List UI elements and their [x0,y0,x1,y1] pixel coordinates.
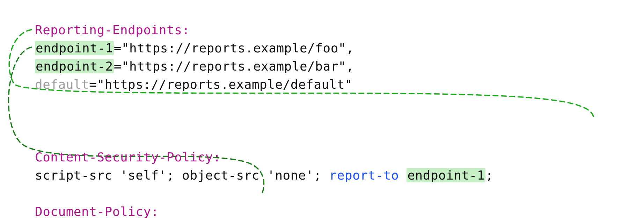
spacer-1 [35,112,493,130]
endpoint-default-def: default [35,77,89,92]
csp-space [399,168,407,182]
code-block: Reporting-Endpoints: endpoint-1="https:/… [35,3,493,218]
csp-report-to-kw: report-to [329,168,399,182]
header-doc-policy: Document-Policy: [35,204,159,218]
csp-body-pre: script-src 'self'; object-src 'none'; [35,168,329,182]
endpoint-1-url: "https://reports.example/foo" [122,41,346,55]
endpoint-1-comma: , [346,41,354,55]
header-reporting-endpoints: Reporting-Endpoints: [35,23,190,37]
header-csp: Content-Security-Policy: [35,150,221,164]
endpoint-2-comma: , [346,59,354,73]
endpoint-2-eq: = [114,59,122,73]
endpoint-2-url: "https://reports.example/bar" [122,59,346,73]
csp-trailing: ; [485,168,493,182]
endpoint-default-eq: = [89,77,97,92]
endpoint-1-def: endpoint-1 [35,41,114,55]
endpoint-2-def: endpoint-2 [35,59,114,73]
csp-endpoint-ref: endpoint-1 [407,168,485,182]
endpoint-1-eq: = [114,41,122,55]
endpoint-default-url: "https://reports.example/default" [97,77,352,92]
